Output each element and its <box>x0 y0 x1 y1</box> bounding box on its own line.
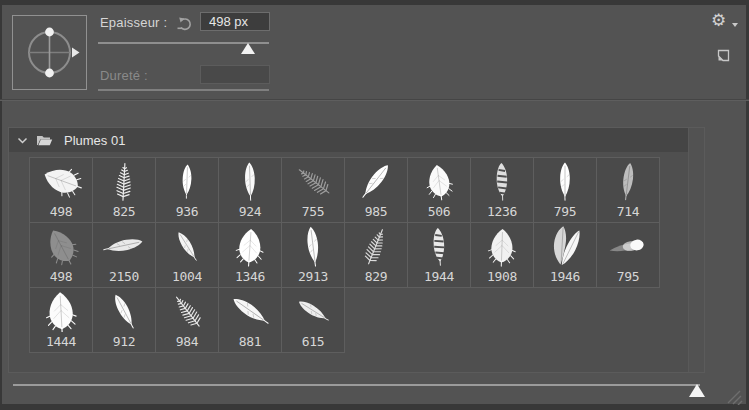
brush-tile[interactable]: 498 <box>30 158 93 223</box>
feather-fluffy-icon <box>223 224 277 267</box>
brush-size-label: 615 <box>302 332 325 352</box>
chevron-down-icon <box>17 135 28 146</box>
feather-quill-icon <box>160 224 214 267</box>
feather-double-icon <box>538 224 592 267</box>
hardness-input <box>200 65 270 84</box>
feather-barred-icon <box>412 224 466 267</box>
brush-size-label: 506 <box>428 202 451 222</box>
feather-quill-icon <box>286 289 340 332</box>
brush-size-label: 881 <box>239 332 262 352</box>
gear-icon: ⚙ <box>711 11 726 31</box>
brush-size-label: 924 <box>239 202 262 222</box>
brush-tile[interactable]: 825 <box>93 158 156 223</box>
panel-menu-button[interactable]: ⚙ <box>711 11 737 31</box>
folded-page-icon <box>716 48 731 63</box>
collapse-panel-button[interactable] <box>716 48 732 64</box>
brush-tile[interactable]: 2913 <box>282 223 345 288</box>
feather-quill-icon <box>286 224 340 267</box>
brush-grid: 4988259369247559855061236795714498215010… <box>29 157 660 353</box>
brush-tile[interactable]: 1346 <box>219 223 282 288</box>
feather-fluffy-icon <box>412 159 466 202</box>
feather-quill-icon <box>160 159 214 202</box>
brush-tile[interactable]: 1946 <box>534 223 597 288</box>
brush-size-label: 755 <box>302 202 325 222</box>
brush-tile[interactable]: 985 <box>345 158 408 223</box>
resize-grip-icon <box>722 385 744 405</box>
roundness-handle-top[interactable] <box>45 28 54 37</box>
brush-tile[interactable]: 1444 <box>30 288 93 353</box>
brush-group-label: Plumes 01 <box>64 133 125 148</box>
brush-tile[interactable]: 506 <box>408 158 471 223</box>
brush-tile[interactable]: 2150 <box>93 223 156 288</box>
vertical-scrollbar[interactable] <box>688 128 704 372</box>
resize-grip[interactable] <box>722 385 744 405</box>
feather-fluffy-icon <box>34 224 88 267</box>
brush-size-label: 2150 <box>109 267 139 287</box>
brush-tile[interactable]: 755 <box>282 158 345 223</box>
roundness-handle-bottom[interactable] <box>45 69 54 78</box>
feather-fluffy-icon <box>475 224 529 267</box>
brush-size-label: 1346 <box>235 267 265 287</box>
brush-tile[interactable]: 714 <box>597 158 660 223</box>
brush-size-label: 498 <box>50 202 73 222</box>
brush-tile[interactable]: 984 <box>156 288 219 353</box>
brush-tile[interactable]: 795 <box>534 158 597 223</box>
section-divider <box>0 99 749 101</box>
feather-fern-icon <box>160 289 214 332</box>
brush-tip-angle-editor[interactable] <box>12 15 87 90</box>
brush-tile[interactable]: 1908 <box>471 223 534 288</box>
feather-fluffy-icon <box>34 289 88 332</box>
brush-size-label: 2913 <box>298 267 328 287</box>
size-label: Epaisseur : <box>100 15 167 30</box>
brush-tile[interactable]: 1004 <box>156 223 219 288</box>
brush-size-label: 985 <box>365 202 388 222</box>
angle-arrow-handle[interactable] <box>72 48 80 58</box>
brush-tile[interactable]: 881 <box>219 288 282 353</box>
feather-fern-icon <box>286 159 340 202</box>
size-slider-thumb[interactable] <box>241 43 255 54</box>
reset-icon <box>176 15 194 33</box>
brush-size-input[interactable] <box>200 12 270 31</box>
brush-size-label: 714 <box>617 202 640 222</box>
brush-tile[interactable]: 936 <box>156 158 219 223</box>
brush-tile[interactable]: 912 <box>93 288 156 353</box>
brush-tile[interactable]: 795 <box>597 223 660 288</box>
brush-size-label: 795 <box>617 267 640 287</box>
preview-size-slider[interactable] <box>13 384 700 386</box>
brush-tile[interactable]: 615 <box>282 288 345 353</box>
feather-quill-icon <box>538 159 592 202</box>
brush-tile[interactable]: 829 <box>345 223 408 288</box>
brush-size-label: 1908 <box>487 267 517 287</box>
brush-size-label: 829 <box>365 267 388 287</box>
brush-group-header[interactable]: Plumes 01 <box>9 128 688 152</box>
reset-size-button[interactable] <box>176 15 194 33</box>
feather-smear-icon <box>601 224 655 267</box>
feather-quill-icon <box>223 159 277 202</box>
brush-size-label: 1004 <box>172 267 202 287</box>
brush-tile[interactable]: 498 <box>30 223 93 288</box>
feather-quill-icon <box>349 159 403 202</box>
brush-angle-roundness-icon <box>13 16 86 89</box>
feather-fern-icon <box>349 224 403 267</box>
brush-size-label: 1944 <box>424 267 454 287</box>
brush-size-label: 1236 <box>487 202 517 222</box>
feather-quill-icon <box>97 289 151 332</box>
brush-tile[interactable]: 1944 <box>408 223 471 288</box>
brush-preset-list: Plumes 01 498825936924755985506123679571… <box>8 127 705 373</box>
preview-size-slider-thumb[interactable] <box>689 384 705 397</box>
brush-size-label: 1946 <box>550 267 580 287</box>
hardness-slider <box>98 89 269 91</box>
feather-quill-icon <box>97 224 151 267</box>
brush-tile[interactable]: 1236 <box>471 158 534 223</box>
feather-quill-icon <box>223 289 277 332</box>
brush-tile[interactable]: 924 <box>219 158 282 223</box>
brush-size-label: 795 <box>554 202 577 222</box>
feather-barred-icon <box>475 159 529 202</box>
brush-size-label: 936 <box>176 202 199 222</box>
feather-fluffy-icon <box>34 159 88 202</box>
feather-fern-icon <box>97 159 151 202</box>
folder-open-icon <box>36 134 53 147</box>
brush-size-label: 498 <box>50 267 73 287</box>
brush-size-label: 984 <box>176 332 199 352</box>
hardness-label: Dureté : <box>100 68 148 83</box>
